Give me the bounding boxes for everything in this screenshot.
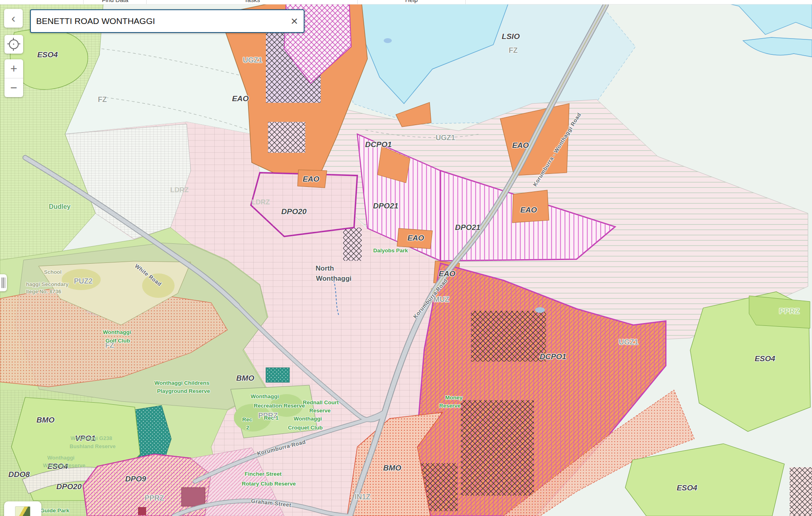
- zoom-in-button[interactable]: +: [4, 59, 23, 78]
- basemap-thumbnail-icon: [15, 506, 30, 516]
- panel-drawer-handle[interactable]: [0, 274, 7, 291]
- clear-search-button[interactable]: ×: [285, 10, 304, 32]
- zoom-out-button[interactable]: −: [4, 78, 23, 97]
- basemap-toggle[interactable]: [4, 501, 41, 516]
- back-button[interactable]: ‹: [4, 9, 23, 28]
- locate-icon: [9, 39, 19, 49]
- tab-help[interactable]: Help: [357, 0, 466, 4]
- grip-lines-icon: [2, 278, 5, 288]
- locate-button[interactable]: [4, 35, 23, 54]
- close-icon: ×: [291, 14, 298, 28]
- tab-find-data[interactable]: Find Data: [83, 0, 147, 4]
- map-canvas[interactable]: [0, 0, 812, 516]
- map-viewer: ESO4FZEAOUGZ1LSIOFZDCPO1UGZ1EAOEAODPO21D…: [0, 0, 812, 516]
- top-toolbar: Find Data Tasks Help: [0, 0, 812, 4]
- zoom-controls: + −: [4, 59, 23, 97]
- back-icon: ‹: [11, 11, 15, 25]
- tab-tasks[interactable]: Tasks: [146, 0, 358, 4]
- search-input[interactable]: BENETTI ROAD WONTHAGGI: [31, 16, 285, 26]
- search-box[interactable]: BENETTI ROAD WONTHAGGI ×: [30, 9, 304, 33]
